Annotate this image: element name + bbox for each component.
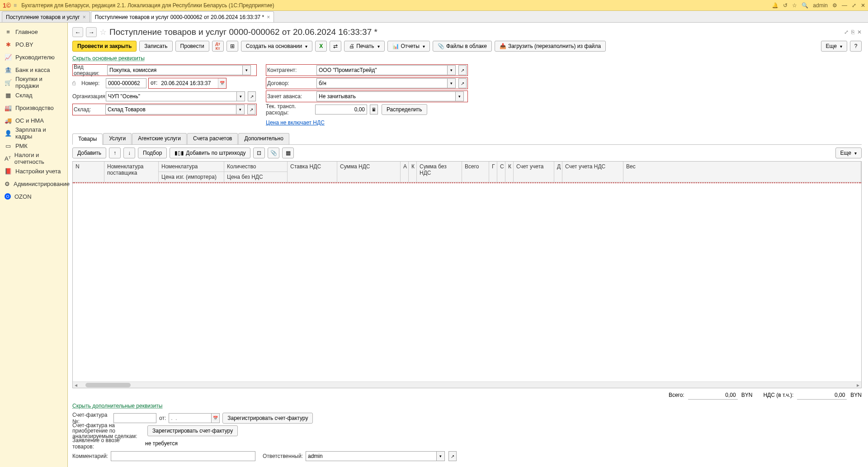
price-vat-link[interactable]: Цена не включает НДС bbox=[266, 119, 325, 126]
col-price-imp[interactable]: Цена изг. (импортера) bbox=[159, 172, 224, 182]
hide-extra-link[interactable]: Скрыть дополнительные реквизиты bbox=[72, 403, 862, 409]
help-button[interactable]: ? bbox=[850, 41, 862, 52]
sidebar-item-manager[interactable]: 📈Руководителю bbox=[0, 51, 67, 63]
close-icon[interactable]: × bbox=[267, 14, 270, 20]
close-icon[interactable]: × bbox=[83, 14, 86, 20]
open-button[interactable]: ↗ bbox=[458, 78, 467, 88]
edi-button[interactable]: ⇄ bbox=[330, 41, 341, 52]
sidebar-item-purchases[interactable]: 🛒Покупки и продажи bbox=[0, 76, 67, 89]
load-file-button[interactable]: 📥 Загрузить (перезаполнить) из файла bbox=[495, 41, 606, 52]
col-a[interactable]: А bbox=[401, 162, 408, 172]
tab-services[interactable]: Услуги bbox=[103, 133, 132, 144]
sidebar-item-rmk[interactable]: ▭РМК bbox=[0, 139, 67, 152]
distribute-button[interactable]: Распределить bbox=[382, 104, 427, 115]
print-button[interactable]: 🖨 Печать bbox=[344, 41, 384, 52]
close-page-icon[interactable]: ✕ bbox=[857, 29, 862, 35]
dropdown-icon[interactable]: ▾ bbox=[243, 65, 251, 75]
sidebar-item-assets[interactable]: 🚚ОС и НМА bbox=[0, 114, 67, 127]
register-invoice-button[interactable]: Зарегистрировать счет-фактуру bbox=[222, 413, 313, 424]
barcode-button[interactable]: ▮▯▮ Добавить по штрихкоду bbox=[170, 148, 250, 158]
col-vat-sum[interactable]: Сумма НДС bbox=[337, 162, 400, 172]
open-button[interactable]: ↗ bbox=[248, 91, 256, 101]
expand-icon[interactable]: ⤢ bbox=[844, 29, 849, 35]
comment-input[interactable] bbox=[111, 451, 255, 461]
dt-kt-button[interactable]: ДтКт bbox=[212, 41, 224, 52]
sidebar-item-production[interactable]: 🏭Производство bbox=[0, 101, 67, 114]
col-sum-no-vat[interactable]: Сумма без НДС bbox=[417, 162, 462, 178]
col-acc[interactable]: Счет учета bbox=[514, 162, 554, 172]
calendar-icon[interactable]: 📅 bbox=[212, 413, 220, 423]
col-d[interactable]: Д bbox=[554, 162, 562, 172]
excel-button[interactable]: X bbox=[315, 41, 327, 52]
favorite-icon[interactable]: ☆ bbox=[99, 27, 107, 37]
table-more-button[interactable]: Еще bbox=[835, 148, 862, 158]
post-close-button[interactable]: Провести и закрыть bbox=[72, 41, 137, 52]
back-button[interactable]: ← bbox=[72, 27, 83, 37]
hamburger-icon[interactable]: ≡ bbox=[14, 2, 17, 9]
change-button[interactable]: ⊡ bbox=[253, 148, 265, 158]
calc-icon[interactable]: 🖩 bbox=[370, 105, 378, 114]
scroll-right-icon[interactable]: ▸ bbox=[855, 382, 861, 388]
tab-goods[interactable]: Товары bbox=[72, 133, 103, 145]
bell-icon[interactable]: 🔔 bbox=[772, 2, 778, 9]
col-n[interactable]: N bbox=[73, 162, 104, 172]
number-input[interactable] bbox=[106, 78, 146, 88]
col-price-no-vat[interactable]: Цена без НДС bbox=[224, 172, 287, 182]
move-down-button[interactable]: ↓ bbox=[123, 148, 135, 158]
dropdown-icon[interactable]: ▾ bbox=[237, 91, 245, 101]
sidebar-item-settings[interactable]: 📕Настройки учета bbox=[0, 165, 67, 177]
sidebar-item-ozon[interactable]: OOZON bbox=[0, 190, 67, 203]
tab-document[interactable]: Поступление товаров и услуг 0000-000062 … bbox=[91, 11, 274, 22]
star-icon[interactable]: ☆ bbox=[792, 2, 797, 9]
date-input[interactable] bbox=[159, 78, 218, 88]
col-nom[interactable]: Номенклатура bbox=[159, 162, 224, 172]
more-button[interactable]: Еще bbox=[821, 41, 847, 52]
responsible-input[interactable] bbox=[306, 451, 437, 461]
scroll-left-icon[interactable]: ◂ bbox=[73, 382, 79, 388]
open-button[interactable]: ↗ bbox=[448, 451, 457, 461]
tab-extra[interactable]: Дополнительно bbox=[238, 133, 289, 144]
tab-list[interactable]: Поступление товаров и услуг × bbox=[2, 11, 90, 22]
tab-accounts[interactable]: Счета расчетов bbox=[187, 133, 238, 144]
org-input[interactable] bbox=[106, 91, 237, 101]
search-icon[interactable]: 🔍 bbox=[802, 2, 808, 9]
tab-agent[interactable]: Агентские услуги bbox=[132, 133, 187, 144]
move-up-button[interactable]: ↑ bbox=[109, 148, 121, 158]
col-weight[interactable]: Вес bbox=[623, 162, 861, 172]
settings-icon[interactable]: ⚙ bbox=[832, 2, 837, 9]
col-supplier-nom[interactable]: Номенклатура поставщика bbox=[104, 162, 158, 178]
transport-input[interactable] bbox=[315, 105, 367, 114]
dropdown-icon[interactable]: ▾ bbox=[437, 451, 445, 461]
goods-table[interactable]: N Номенклатура поставщика НоменклатураЦе… bbox=[72, 161, 862, 388]
table-body[interactable] bbox=[73, 182, 861, 381]
close-window-icon[interactable]: ✕ bbox=[861, 2, 865, 9]
dropdown-icon[interactable]: ▾ bbox=[456, 91, 464, 101]
maximize-icon[interactable]: ⤢ bbox=[852, 2, 856, 9]
forward-button[interactable]: → bbox=[86, 27, 97, 37]
columns-button[interactable]: ▦ bbox=[282, 148, 294, 158]
attach-button[interactable]: 📎 bbox=[268, 148, 279, 158]
op-type-input[interactable] bbox=[107, 65, 243, 75]
hide-main-link[interactable]: Скрыть основные реквизиты bbox=[72, 55, 862, 62]
sidebar-item-bank[interactable]: 🏦Банк и касса bbox=[0, 63, 67, 76]
col-vat-rate[interactable]: Ставка НДС bbox=[288, 162, 337, 172]
dropdown-icon[interactable]: ▾ bbox=[448, 78, 456, 88]
calendar-icon[interactable]: 📅 bbox=[218, 78, 226, 88]
contract-input[interactable] bbox=[316, 78, 448, 88]
invoice-date-input[interactable] bbox=[169, 413, 212, 423]
sidebar-item-taxes[interactable]: АᵀНалоги и отчетность bbox=[0, 152, 67, 165]
horizontal-scrollbar[interactable]: ◂ ▸ bbox=[73, 381, 861, 388]
sidebar-item-admin[interactable]: ⚙Администрирование bbox=[0, 177, 67, 190]
post-button[interactable]: Провести bbox=[175, 41, 209, 52]
open-button[interactable]: ↗ bbox=[458, 65, 467, 75]
history-icon[interactable]: ↺ bbox=[783, 2, 788, 9]
col-qty[interactable]: Количество bbox=[224, 162, 287, 172]
col-k2[interactable]: К bbox=[505, 162, 513, 172]
col-g[interactable]: Г bbox=[489, 162, 497, 172]
pin-icon[interactable]: ⎘ bbox=[851, 29, 854, 35]
scroll-thumb[interactable] bbox=[85, 383, 131, 387]
open-button[interactable]: ↗ bbox=[247, 105, 255, 114]
sidebar-item-poby[interactable]: ✱PO.BY bbox=[0, 38, 67, 51]
save-button[interactable]: Записать bbox=[139, 41, 172, 52]
dropdown-icon[interactable]: ▾ bbox=[236, 105, 245, 114]
